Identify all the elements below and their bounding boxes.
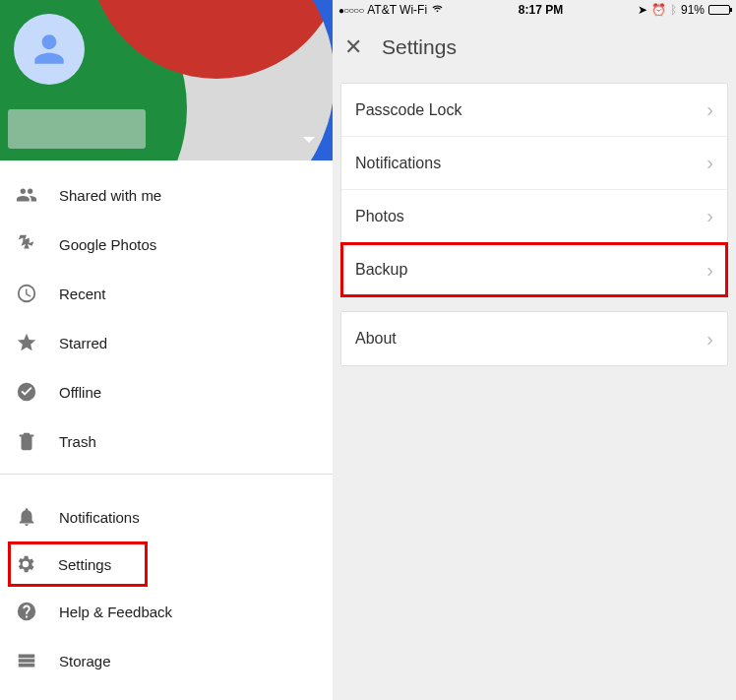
sidebar-item-starred[interactable]: Starred (0, 318, 333, 367)
alarm-icon: ⏰ (651, 3, 666, 17)
settings-row-notifications[interactable]: Notifications › (341, 137, 727, 190)
chevron-right-icon: › (706, 205, 713, 227)
chevron-right-icon: › (706, 98, 713, 121)
menu-divider (0, 474, 333, 475)
trash-icon (16, 430, 59, 452)
status-left: ●○○○○ AT&T Wi-Fi (338, 3, 444, 17)
settings-row-photos[interactable]: Photos › (341, 190, 727, 243)
battery-icon (708, 5, 730, 15)
settings-row-backup[interactable]: Backup › (341, 243, 727, 296)
sidebar-item-label: Offline (59, 384, 101, 401)
status-right: ➤ ⏰ ᛒ 91% (638, 3, 730, 17)
chevron-right-icon: › (706, 259, 713, 282)
settings-title: Settings (382, 35, 457, 59)
sidebar-item-label: Settings (58, 556, 111, 573)
sidebar-item-recent[interactable]: Recent (0, 269, 333, 318)
settings-row-label: About (355, 330, 397, 348)
drawer-header (0, 0, 333, 160)
account-info-block (8, 109, 146, 149)
chevron-right-icon: › (706, 152, 713, 174)
google-photos-icon (16, 233, 59, 255)
sidebar-item-label: Recent (59, 286, 106, 302)
sidebar-item-label: Shared with me (59, 187, 161, 204)
menu-top-section: Shared with me Google Photos Recent Star… (0, 160, 333, 466)
storage-icon (16, 650, 59, 671)
people-icon (16, 184, 59, 206)
carrier-label: AT&T Wi-Fi (367, 3, 427, 17)
sidebar-item-shared-with-me[interactable]: Shared with me (0, 170, 333, 220)
menu-bottom-section: Notifications Settings Help & Feedback S… (0, 482, 333, 685)
settings-row-label: Passcode Lock (355, 101, 462, 119)
settings-row-passcode-lock[interactable]: Passcode Lock › (341, 84, 727, 137)
star-icon (16, 332, 59, 353)
location-icon: ➤ (638, 3, 647, 17)
ios-status-bar: ●○○○○ AT&T Wi-Fi 8:17 PM ➤ ⏰ ᛒ 91% (333, 0, 736, 20)
settings-row-label: Backup (355, 261, 407, 279)
settings-body: Passcode Lock › Notifications › Photos ›… (333, 75, 736, 374)
sidebar-item-storage[interactable]: Storage (0, 636, 333, 685)
drive-drawer: Shared with me Google Photos Recent Star… (0, 0, 333, 700)
sidebar-item-label: Notifications (59, 509, 140, 526)
sidebar-item-google-photos[interactable]: Google Photos (0, 220, 333, 269)
signal-dots-icon: ●○○○○ (338, 5, 363, 16)
sidebar-item-trash[interactable]: Trash (0, 416, 333, 466)
settings-header: ✕ Settings (333, 20, 736, 75)
wifi-icon (431, 3, 444, 17)
settings-row-label: Photos (355, 208, 404, 225)
settings-group-1: Passcode Lock › Notifications › Photos ›… (340, 83, 728, 297)
avatar-person-icon (28, 28, 71, 71)
sidebar-item-label: Help & Feedback (59, 604, 172, 620)
bell-icon (16, 506, 59, 528)
sidebar-item-help[interactable]: Help & Feedback (0, 587, 333, 636)
chevron-right-icon: › (706, 328, 713, 350)
close-icon[interactable]: ✕ (344, 34, 362, 60)
offline-icon (16, 381, 59, 403)
settings-screen: ●○○○○ AT&T Wi-Fi 8:17 PM ➤ ⏰ ᛒ 91% ✕ Set… (333, 0, 736, 700)
sidebar-item-settings[interactable]: Settings (8, 541, 148, 587)
sidebar-item-label: Google Photos (59, 236, 156, 253)
status-time: 8:17 PM (519, 3, 563, 17)
sidebar-item-label: Trash (59, 433, 96, 450)
settings-row-about[interactable]: About › (341, 312, 727, 365)
sidebar-item-notifications[interactable]: Notifications (0, 492, 333, 541)
bluetooth-icon: ᛒ (670, 3, 677, 17)
sidebar-item-offline[interactable]: Offline (0, 367, 333, 416)
clock-icon (16, 283, 59, 304)
settings-row-label: Notifications (355, 155, 441, 172)
settings-group-2: About › (340, 311, 728, 366)
sidebar-item-label: Storage (59, 653, 111, 669)
gear-icon (15, 553, 58, 575)
avatar[interactable] (14, 14, 85, 85)
sidebar-item-label: Starred (59, 335, 107, 351)
help-icon (16, 601, 59, 622)
battery-pct: 91% (681, 3, 705, 17)
account-caret-icon[interactable] (303, 137, 315, 143)
